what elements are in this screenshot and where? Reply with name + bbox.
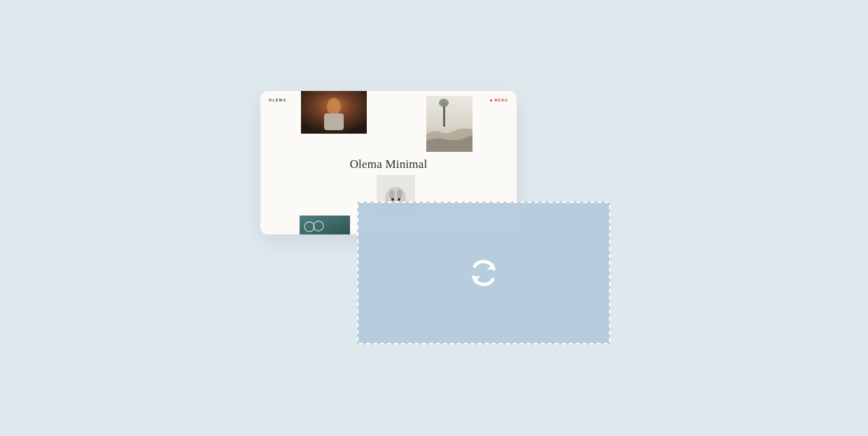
gallery-image-landscape bbox=[426, 96, 472, 152]
svg-point-1 bbox=[327, 98, 341, 115]
refresh-icon bbox=[468, 257, 500, 289]
gallery-image-portrait bbox=[301, 91, 367, 134]
svg-point-9 bbox=[397, 189, 402, 199]
gallery-image-teal bbox=[300, 216, 350, 234]
svg-point-8 bbox=[389, 190, 395, 199]
menu-button[interactable]: MENU bbox=[490, 98, 508, 102]
svg-point-5 bbox=[439, 99, 449, 107]
menu-dot-icon bbox=[490, 99, 492, 101]
svg-rect-2 bbox=[324, 113, 344, 130]
refresh-dropzone[interactable] bbox=[357, 202, 610, 344]
svg-point-10 bbox=[391, 198, 394, 201]
hero-title: Olema Minimal bbox=[260, 157, 517, 171]
svg-point-11 bbox=[398, 198, 400, 201]
site-logo: OLEMA bbox=[269, 98, 287, 102]
menu-label: MENU bbox=[494, 98, 508, 102]
